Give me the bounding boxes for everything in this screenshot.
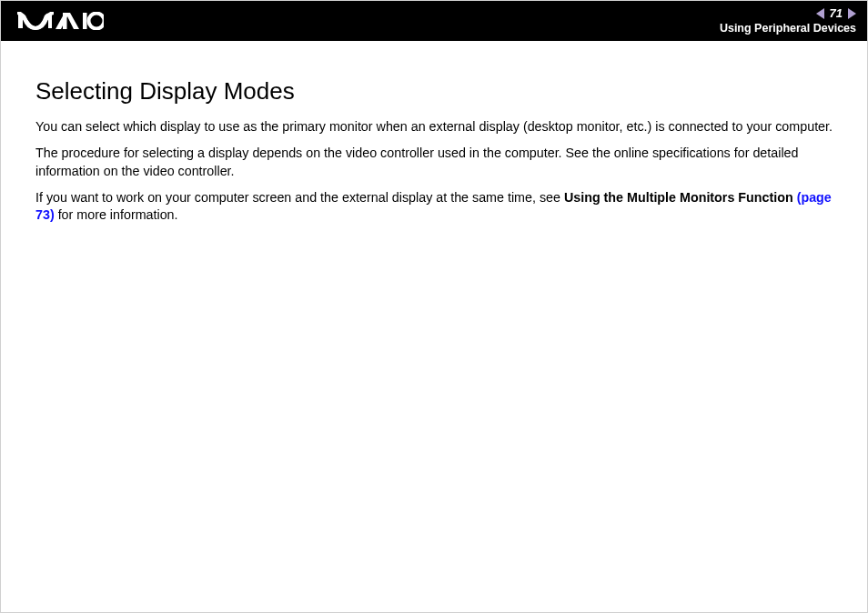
svg-rect-2 xyxy=(83,13,87,29)
paragraph-1: You can select which display to use as t… xyxy=(35,118,833,136)
prev-page-icon[interactable] xyxy=(816,8,824,19)
p3-bold: Using the Multiple Monitors Function xyxy=(564,190,797,205)
section-label: Using Peripheral Devices xyxy=(720,22,856,35)
page-heading: Selecting Display Modes xyxy=(35,77,833,106)
vaio-logo xyxy=(17,12,104,30)
svg-point-3 xyxy=(89,14,105,29)
header-right: 71 Using Peripheral Devices xyxy=(720,6,856,36)
content-area: Selecting Display Modes You can select w… xyxy=(1,41,867,224)
header-bar: 71 Using Peripheral Devices xyxy=(1,1,867,41)
page-nav: 71 xyxy=(816,6,856,21)
next-page-icon[interactable] xyxy=(848,8,856,19)
paragraph-2: The procedure for selecting a display de… xyxy=(35,145,833,180)
paragraph-3: If you want to work on your computer scr… xyxy=(35,189,833,225)
body-text: You can select which display to use as t… xyxy=(35,118,833,224)
page-number: 71 xyxy=(830,6,843,21)
p3-text-a: If you want to work on your computer scr… xyxy=(35,190,564,205)
p3-text-b: for more information. xyxy=(55,207,178,222)
